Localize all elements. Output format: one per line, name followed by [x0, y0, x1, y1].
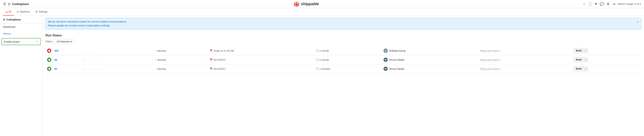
sidebar-item-enable-project[interactable]: Enable project ↖ — [2, 38, 41, 45]
build-dropdown-button[interactable]: ▾ — [584, 66, 588, 71]
alert-close-button[interactable]: × — [637, 20, 638, 24]
tab-ci-label: CI — [9, 10, 11, 13]
build-button[interactable]: Build — [573, 48, 584, 53]
calendar-icon: 📅 — [210, 67, 212, 70]
build-dropdown-button[interactable]: ▾ — [584, 57, 588, 62]
top-nav: ☰ ⊙ CodingSans shippable ⌂ 📄 ♥ 💬 ⚙ ⇥ Min… — [0, 0, 644, 8]
tab-settings[interactable]: ⚙ Settings — [32, 8, 50, 16]
sidebar: ⊙ CodingSans Dashboard History Enable pr… — [0, 16, 42, 136]
branch-cell: ⑂ develop — [154, 46, 208, 55]
sidebar-org-name: CodingSans — [6, 18, 21, 21]
commit-cell: l....... ...... — [82, 64, 153, 73]
commit-message: Merge pull request... — [480, 49, 501, 52]
sidebar-dashboard-label: Dashboard — [3, 25, 16, 28]
heart-icon[interactable]: ♥ — [595, 2, 597, 6]
duration-value: a minute — [319, 49, 329, 52]
alert-banner: We do not have a technical contact for s… — [45, 18, 641, 29]
user-name: Vincze Dániel — [389, 58, 404, 61]
pipelines-icon: ⊙ — [16, 10, 19, 13]
status-icon — [47, 58, 51, 62]
commit-message: Merge pull request... — [480, 59, 501, 61]
status-cell — [46, 64, 53, 73]
branch-name: develop — [157, 67, 166, 70]
action-cell: Build ▾ — [572, 55, 641, 64]
shippable-name: shippable — [301, 2, 319, 6]
build-button[interactable]: Build — [573, 66, 584, 71]
commit-msg-cell: Merge pull request... — [478, 55, 572, 64]
run-status-section: Run Status Filters: All Statuses ▾ 402 ·… — [42, 31, 644, 76]
clock-icon: 🕐 — [316, 67, 318, 70]
commit-hash: l....... ...... — [84, 68, 99, 70]
hamburger-icon[interactable]: ☰ — [3, 2, 6, 6]
build-dropdown-button[interactable]: ▾ — [584, 48, 588, 53]
action-cell: Build ▾ — [572, 64, 641, 73]
tab-ci[interactable]: △ CI — [3, 8, 14, 16]
status-cell — [46, 55, 53, 64]
date-cell: 📅 02/13/2017 — [208, 64, 314, 73]
clock-icon: 🕐 — [316, 49, 318, 52]
chat-icon[interactable]: 💬 — [600, 2, 604, 6]
ci-icon: △ — [6, 10, 8, 13]
duration-value: a minute — [319, 58, 329, 61]
table-row: 48 l....... :... ⑂ develop 📅 02/13/2017 … — [46, 55, 641, 64]
tab-settings-label: Settings — [38, 10, 48, 13]
tab-pipelines-label: Pipelines — [20, 10, 30, 13]
user-name: Székely Károly — [389, 49, 406, 52]
build-number[interactable]: 48 — [53, 55, 82, 64]
duration-cell: 🕐 2 minutes — [314, 64, 382, 73]
avatar: VD — [384, 58, 388, 62]
shippable-logo-icon — [293, 1, 300, 7]
clock-icon: 🕐 — [316, 58, 318, 61]
build-number[interactable]: 402 — [53, 46, 82, 55]
calendar-icon: 📅 — [210, 49, 212, 52]
user-cell: VD Vincze Dániel — [382, 64, 478, 73]
alert-line1: We do not have a technical contact for s… — [48, 20, 127, 24]
alert-line2: Please update the contact email in subsc… — [48, 24, 127, 27]
duration-cell: 🕐 a minute — [314, 46, 382, 55]
sidebar-item-history[interactable]: History — [0, 30, 42, 37]
date-value: Today at 11:35 AM — [213, 49, 234, 52]
filters-label: Filters: — [46, 40, 53, 43]
alert-text: We do not have a technical contact for s… — [48, 20, 127, 27]
branch-icon: ⑂ — [155, 49, 156, 52]
tab-settings-icon: ⚙ — [35, 10, 38, 13]
commit-cell: · · · · — [82, 46, 153, 55]
sidebar-item-dashboard[interactable]: Dashboard — [0, 23, 42, 30]
date-cell: 📅 Today at 11:35 AM — [208, 46, 314, 55]
user-name: Vincze Dániel — [389, 67, 404, 70]
brand-name: CodingSans — [12, 2, 29, 5]
user-cell: SZ Székely Károly — [382, 46, 478, 55]
sidebar-history-label: History — [3, 32, 11, 35]
build-button[interactable]: Build — [573, 57, 584, 62]
github-mark-icon: ⊙ — [8, 2, 10, 6]
branch-name: develop — [157, 49, 166, 52]
branch-cell: ⑂ develop — [154, 64, 208, 73]
avatar: VD — [384, 67, 388, 71]
commit-hash: l....... :... — [84, 59, 97, 61]
status-icon — [47, 67, 51, 71]
avatar: SZ — [384, 49, 388, 53]
settings-icon[interactable]: ⚙ — [606, 2, 610, 6]
date-value: 02/13/2017 — [213, 67, 226, 70]
build-number[interactable]: 93 — [53, 64, 82, 73]
logout-icon[interactable]: ⇥ — [612, 2, 615, 6]
action-cell: Build ▾ — [572, 46, 641, 55]
tab-pipelines[interactable]: ⊙ Pipelines — [14, 8, 32, 16]
home-icon[interactable]: ⌂ — [583, 2, 585, 6]
commit-cell: l....... :... — [82, 55, 153, 64]
commit-msg-cell: Merge pull request... — [478, 46, 572, 55]
all-statuses-filter[interactable]: All Statuses ▾ — [54, 39, 74, 44]
table-row: 93 l....... ...... ⑂ develop 📅 02/13/201… — [46, 64, 641, 73]
sidebar-enable-project-label: Enable project — [4, 40, 20, 43]
date-cell: 📅 02/13/2017 — [208, 55, 314, 64]
user-cell: VD Vincze Dániel — [382, 55, 478, 64]
filter-value: All Statuses ▾ — [57, 40, 72, 43]
sub-nav: △ CI ⊙ Pipelines ⚙ Settings — [0, 8, 644, 16]
commit-message: Merge pull request... — [480, 68, 501, 71]
commit-msg-cell: Merge pull request... — [478, 64, 572, 73]
branch-name: develop — [157, 58, 166, 61]
minion-usage: Minion Usage: 0 of 2 — [618, 2, 641, 5]
filters-row: Filters: All Statuses ▾ — [46, 39, 641, 44]
docs-icon[interactable]: 📄 — [588, 2, 592, 6]
run-table: 402 · · · · ⑂ develop 📅 Today at 11:35 A… — [46, 46, 641, 73]
